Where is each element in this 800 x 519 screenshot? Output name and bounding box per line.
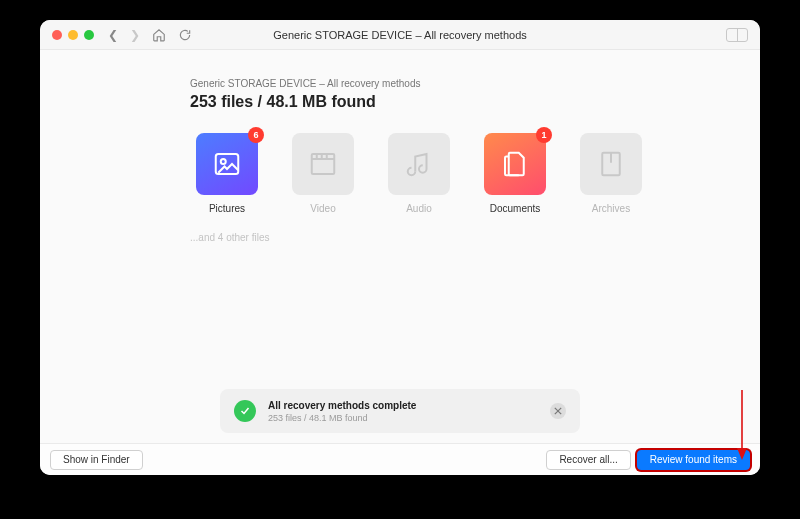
tile-audio-box [388, 133, 450, 195]
tile-archives[interactable]: Archives [574, 133, 648, 214]
audio-icon [404, 149, 434, 179]
extra-files-note: ...and 4 other files [190, 232, 720, 243]
svg-point-1 [221, 159, 226, 164]
back-button[interactable]: ❮ [108, 28, 118, 42]
tile-pictures-box: 6 [196, 133, 258, 195]
close-window-button[interactable] [52, 30, 62, 40]
status-success-icon [234, 400, 256, 422]
document-icon [500, 149, 530, 179]
show-in-finder-button[interactable]: Show in Finder [50, 450, 143, 470]
image-icon [212, 149, 242, 179]
window-controls [52, 30, 94, 40]
status-title: All recovery methods complete [268, 400, 538, 411]
status-text: All recovery methods complete 253 files … [268, 400, 538, 423]
tile-audio-label: Audio [382, 203, 456, 214]
view-toggle-button[interactable] [726, 28, 748, 42]
tile-documents-label: Documents [478, 203, 552, 214]
archive-icon [596, 149, 626, 179]
recover-all-button[interactable]: Recover all... [546, 450, 630, 470]
tile-pictures-badge: 6 [248, 127, 264, 143]
device-subtitle: Generic STORAGE DEVICE – All recovery me… [190, 78, 720, 89]
tile-audio[interactable]: Audio [382, 133, 456, 214]
tile-video-box [292, 133, 354, 195]
titlebar: ❮ ❯ Generic STORAGE DEVICE – All recover… [40, 20, 760, 50]
tile-video-label: Video [286, 203, 360, 214]
tile-archives-label: Archives [574, 203, 648, 214]
tile-documents-badge: 1 [536, 127, 552, 143]
status-subtitle: 253 files / 48.1 MB found [268, 413, 538, 423]
tile-documents[interactable]: 1 Documents [478, 133, 552, 214]
review-found-items-button[interactable]: Review found items [637, 450, 750, 470]
minimize-window-button[interactable] [68, 30, 78, 40]
status-dismiss-button[interactable] [550, 403, 566, 419]
footer-bar: Show in Finder Recover all... Review fou… [40, 443, 760, 475]
tile-archives-box [580, 133, 642, 195]
tile-video[interactable]: Video [286, 133, 360, 214]
refresh-button[interactable] [178, 28, 192, 42]
fullscreen-window-button[interactable] [84, 30, 94, 40]
category-tiles: 6 Pictures Video Audio 1 [190, 133, 720, 214]
tile-pictures-label: Pictures [190, 203, 264, 214]
close-icon [554, 407, 562, 415]
video-icon [308, 149, 338, 179]
app-window: ❮ ❯ Generic STORAGE DEVICE – All recover… [40, 20, 760, 475]
home-button[interactable] [152, 28, 166, 42]
tile-documents-box: 1 [484, 133, 546, 195]
tile-pictures[interactable]: 6 Pictures [190, 133, 264, 214]
svg-rect-2 [312, 154, 335, 174]
status-card: All recovery methods complete 253 files … [220, 389, 580, 433]
nav-controls: ❮ ❯ [108, 28, 192, 42]
forward-button[interactable]: ❯ [130, 28, 140, 42]
results-headline: 253 files / 48.1 MB found [190, 93, 720, 111]
